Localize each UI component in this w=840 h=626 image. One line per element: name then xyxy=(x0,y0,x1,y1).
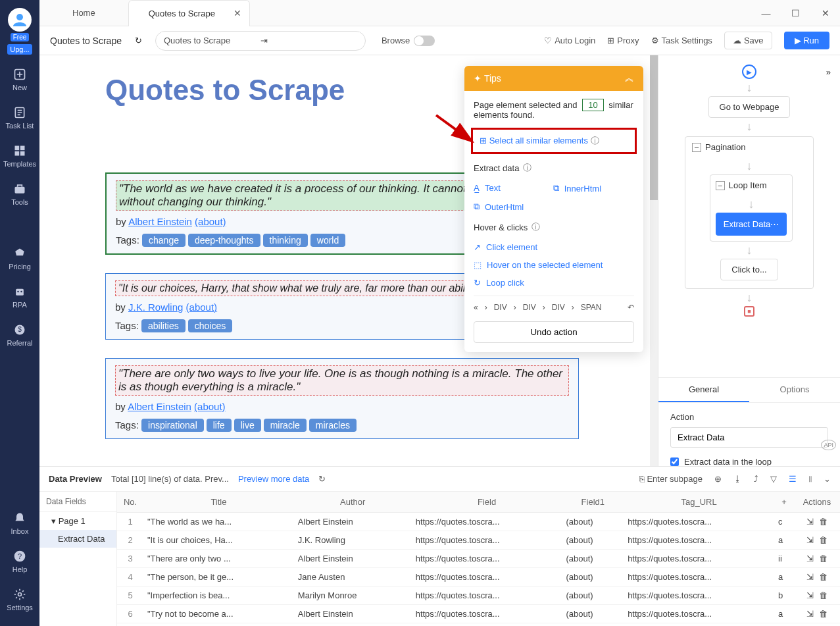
about-link[interactable]: (about) xyxy=(195,216,226,227)
column-header[interactable]: Title xyxy=(143,492,294,513)
delete-row-icon[interactable]: 🗑 xyxy=(819,535,828,545)
list-view-icon[interactable]: ☰ xyxy=(789,474,797,484)
export-row-icon[interactable]: ⇲ xyxy=(806,590,814,600)
download-icon[interactable]: ⭳ xyxy=(733,474,742,484)
node-go-webpage[interactable]: Go to Webpage xyxy=(708,96,791,118)
upgrade-button[interactable]: Upg... xyxy=(7,44,32,55)
column-header[interactable]: No. xyxy=(117,492,143,513)
export-row-icon[interactable]: ⇲ xyxy=(806,535,814,545)
app-logo[interactable] xyxy=(8,8,32,32)
sidebar-item-settings[interactable]: Settings xyxy=(7,588,33,612)
nav-first-icon[interactable]: « xyxy=(474,303,478,312)
sidebar-item-pricing[interactable]: Pricing xyxy=(9,247,31,271)
tag[interactable]: world xyxy=(310,234,345,247)
collapse-icon[interactable]: ︽ xyxy=(625,72,634,84)
node-extract-data[interactable]: Extract Data⋯ xyxy=(716,213,787,236)
table-row[interactable]: 6"Try not to become a...Albert Einsteinh… xyxy=(117,605,840,623)
about-link[interactable]: (about) xyxy=(194,401,226,412)
node-loop-item[interactable]: –Loop Item ↓ Extract Data⋯ xyxy=(710,174,793,242)
export-row-icon[interactable]: ⇲ xyxy=(806,572,814,582)
delete-row-icon[interactable]: 🗑 xyxy=(819,517,828,527)
quote-text[interactable]: "There are only two ways to live your li… xyxy=(115,365,569,396)
tab-home[interactable]: Home xyxy=(39,8,128,18)
table-row[interactable]: 4"The person, be it ge...Jane Austenhttp… xyxy=(117,568,840,587)
author-link[interactable]: Albert Einstein xyxy=(128,216,192,227)
author-link[interactable]: Albert Einstein xyxy=(128,401,191,412)
tag[interactable]: abilities xyxy=(141,319,185,332)
delete-row-icon[interactable]: 🗑 xyxy=(819,554,828,563)
grid-view-icon[interactable]: ⦀ xyxy=(808,474,812,484)
quote-box-3[interactable]: "There are only two ways to live your li… xyxy=(105,358,579,439)
tag[interactable]: change xyxy=(142,234,185,247)
toggle-switch[interactable] xyxy=(414,36,435,46)
sidebar-item-help[interactable]: ?Help xyxy=(12,550,28,573)
maximize-button[interactable]: ☐ xyxy=(781,0,810,26)
crumb[interactable]: SPAN xyxy=(581,303,602,312)
sidebar-item-inbox[interactable]: Inbox xyxy=(11,511,29,535)
tag[interactable]: thinking xyxy=(263,234,308,247)
minimize-button[interactable]: — xyxy=(751,0,781,26)
close-window-button[interactable]: ✕ xyxy=(810,0,840,26)
click-element[interactable]: ↗Click element xyxy=(474,238,634,256)
go-icon[interactable]: ⇥ xyxy=(260,36,357,45)
column-header[interactable]: Field1 xyxy=(562,492,624,513)
reload-icon[interactable]: ↻ xyxy=(135,36,142,45)
export-row-icon[interactable]: ⇲ xyxy=(806,517,814,527)
extract-innerhtml[interactable]: ⧉InnerHtml xyxy=(553,179,630,197)
delete-row-icon[interactable]: 🗑 xyxy=(819,590,828,600)
tag[interactable]: miracles xyxy=(309,419,357,432)
crumb[interactable]: DIV xyxy=(523,303,536,312)
refresh-icon[interactable]: ↻ xyxy=(318,474,326,484)
sidebar-item-referral[interactable]: $Referral xyxy=(7,323,32,347)
sidebar-item-templates[interactable]: Templates xyxy=(3,144,36,168)
add-column-icon[interactable]: + xyxy=(774,492,794,513)
node-click-to[interactable]: Click to... xyxy=(720,259,778,280)
tree-extract-data[interactable]: Extract Data xyxy=(39,530,116,548)
sidebar-item-new[interactable]: New xyxy=(12,68,27,91)
tips-header[interactable]: ✦ Tips ︽ xyxy=(464,66,643,91)
about-link[interactable]: (about) xyxy=(186,301,218,313)
tag[interactable]: choices xyxy=(188,319,232,332)
tag[interactable]: inspirational xyxy=(141,419,204,432)
collapse-icon[interactable]: – xyxy=(716,181,725,190)
tag[interactable]: live xyxy=(234,419,261,432)
extract-in-loop-checkbox[interactable]: Extract data in the loop xyxy=(670,457,828,467)
extract-text[interactable]: A̲Text xyxy=(474,179,551,197)
tree-page1[interactable]: ▾ Page 1 xyxy=(39,512,116,530)
column-header[interactable]: Tag_URL xyxy=(624,492,774,513)
url-input[interactable]: Quotes to Scrape ⇥ xyxy=(155,31,366,51)
run-button[interactable]: ▶ Run xyxy=(784,32,829,49)
filter-icon[interactable]: ▽ xyxy=(770,474,777,484)
save-button[interactable]: ☁ Save xyxy=(724,32,772,49)
table-row[interactable]: 5"Imperfection is bea...Marilyn Monroeht… xyxy=(117,587,840,605)
hover-element[interactable]: ⬚Hover on the selected element xyxy=(474,256,634,274)
tag[interactable]: life xyxy=(207,419,232,432)
column-header[interactable]: Actions xyxy=(794,492,840,513)
tag[interactable]: deep-thoughts xyxy=(188,234,260,247)
node-pagination[interactable]: –Pagination ↓ –Loop Item ↓ Extract Data⋯… xyxy=(685,136,814,289)
sidebar-item-rpa[interactable]: RPA xyxy=(12,285,27,309)
undo-action-button[interactable]: Undo action xyxy=(474,321,634,343)
undo-icon[interactable]: ↶ xyxy=(628,303,634,312)
loop-click[interactable]: ↻Loop click xyxy=(474,274,634,292)
column-header[interactable]: Author xyxy=(294,492,412,513)
workflow-end[interactable]: ■ xyxy=(744,306,754,317)
delete-row-icon[interactable]: 🗑 xyxy=(819,572,828,582)
collapse-icon[interactable]: – xyxy=(692,143,701,152)
select-all-similar[interactable]: ⊞ Select all similar elements ⓘ xyxy=(471,128,637,154)
close-tab-icon[interactable]: ✕ xyxy=(234,8,241,18)
tag[interactable]: miracle xyxy=(264,419,307,432)
tab-general[interactable]: General xyxy=(658,378,749,402)
more-icon[interactable]: ⋯ xyxy=(770,219,779,229)
tab-active[interactable]: Quotes to Scrape ✕ xyxy=(128,0,250,26)
browse-toggle[interactable]: Browse xyxy=(382,36,435,46)
action-input[interactable] xyxy=(670,427,828,448)
enter-subpage[interactable]: ⎘ Enter subpage xyxy=(639,474,703,484)
column-header[interactable]: Field xyxy=(412,492,562,513)
add-icon[interactable]: ⊕ xyxy=(714,474,722,484)
crumb[interactable]: DIV xyxy=(552,303,565,312)
table-row[interactable]: 1"The world as we ha...Albert Einsteinht… xyxy=(117,513,840,531)
more-icon[interactable]: ⌄ xyxy=(824,474,831,484)
workflow-start[interactable]: ▶ xyxy=(742,65,756,79)
tab-options[interactable]: Options xyxy=(749,378,840,402)
